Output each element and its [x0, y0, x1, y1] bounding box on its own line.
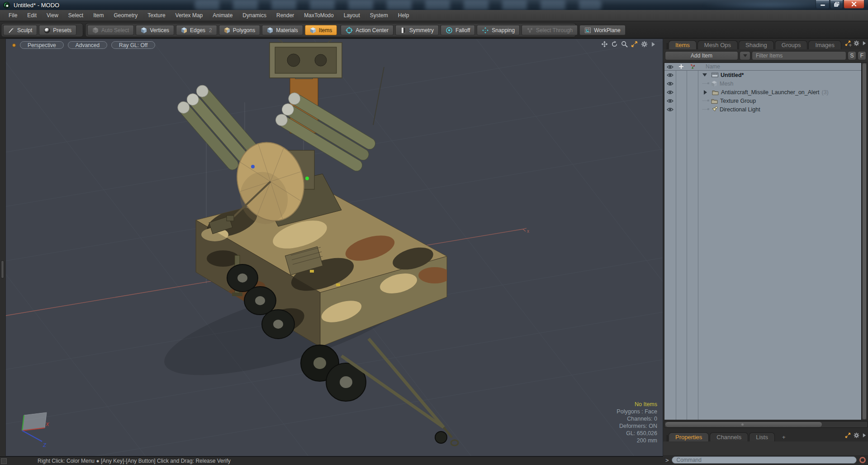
panel-menu-arrow-icon[interactable]: [862, 433, 866, 438]
menu-maxtomodo[interactable]: MaxToModo: [299, 10, 338, 21]
titlebar[interactable]: Untitled* - MODO: [0, 0, 868, 10]
item-panel-icons: [845, 40, 866, 46]
snapping-button[interactable]: Snapping: [477, 25, 520, 35]
menu-geometry[interactable]: Geometry: [109, 10, 143, 21]
maximize-panel-icon[interactable]: [845, 432, 851, 438]
viewport-settings-gear-icon[interactable]: [641, 41, 648, 48]
filter-s-button[interactable]: S: [848, 51, 856, 60]
menu-system[interactable]: System: [365, 10, 393, 21]
symmetry-button[interactable]: Symmetry: [395, 25, 439, 35]
render-column-icon[interactable]: [690, 64, 695, 69]
maximize-viewport-icon[interactable]: [631, 41, 638, 48]
add-item-button[interactable]: Add Item: [665, 51, 738, 60]
menu-item[interactable]: Item: [88, 10, 109, 21]
3d-viewport[interactable]: x: [5, 38, 663, 456]
vertices-mode-button[interactable]: Vertices: [136, 25, 174, 35]
viewport-raygl-button[interactable]: Ray GL: Off: [111, 41, 155, 49]
tree-row-scene[interactable]: Untitled*: [664, 71, 861, 79]
menu-select[interactable]: Select: [63, 10, 88, 21]
tab-items[interactable]: Items: [669, 40, 697, 49]
add-column-plus-icon[interactable]: [678, 64, 684, 69]
workplane-icon: [584, 27, 591, 34]
tab-properties[interactable]: Properties: [669, 432, 709, 441]
directional-light-icon: [711, 106, 717, 112]
tree-row-directional-light[interactable]: Directional Light: [664, 105, 861, 114]
viewport-projection-button[interactable]: Perspective: [20, 41, 64, 49]
auto-select-button[interactable]: Auto Select: [87, 25, 134, 35]
menu-help[interactable]: Help: [393, 10, 414, 21]
sculpt-button[interactable]: Sculpt: [3, 25, 37, 35]
items-mode-button[interactable]: Items: [305, 25, 337, 35]
tab-images[interactable]: Images: [808, 40, 841, 49]
expand-collapse-icon[interactable]: [702, 73, 707, 77]
panel-menu-arrow-icon[interactable]: [862, 41, 866, 46]
visibility-column-eye-icon[interactable]: [667, 65, 674, 69]
command-input[interactable]: [672, 456, 857, 464]
expand-collapse-icon[interactable]: [704, 90, 707, 95]
filter-items-input[interactable]: [752, 51, 846, 60]
viewport-mode-dot[interactable]: [12, 43, 16, 47]
rotate-icon[interactable]: [611, 41, 618, 48]
polygons-mode-button[interactable]: Polygons: [219, 25, 260, 35]
polygons-cube-icon: [224, 27, 230, 34]
menu-file[interactable]: File: [4, 10, 22, 21]
menu-layout[interactable]: Layout: [339, 10, 365, 21]
tab-add-button[interactable]: +: [776, 432, 792, 441]
status-bar: Right Click: Color Menu ● [Any Key]-[Any…: [0, 456, 663, 465]
materials-mode-button[interactable]: Materials: [262, 25, 303, 35]
add-item-dropdown[interactable]: [740, 51, 750, 60]
tree-row-mesh[interactable]: Mesh: [664, 79, 861, 88]
viewport-menu-arrow-icon[interactable]: [651, 42, 655, 47]
restore-button[interactable]: [830, 0, 843, 9]
minimize-button[interactable]: [816, 0, 830, 9]
tab-shading[interactable]: Shading: [739, 40, 774, 49]
tow-ring: [451, 440, 458, 446]
menu-render[interactable]: Render: [271, 10, 299, 21]
presets-button[interactable]: Presets: [39, 25, 76, 35]
tab-lists[interactable]: Lists: [749, 432, 775, 441]
falloff-button[interactable]: Falloff: [441, 25, 475, 35]
pan-icon[interactable]: [601, 41, 608, 48]
item-tree[interactable]: Name Untitled*: [664, 62, 862, 420]
menu-animate[interactable]: Animate: [208, 10, 237, 21]
viewport-shading-button[interactable]: Advanced: [68, 41, 107, 49]
eye-toggle-icon[interactable]: [667, 107, 674, 112]
eye-toggle-icon[interactable]: [667, 81, 674, 86]
command-history-icon[interactable]: [859, 457, 866, 463]
panel-settings-gear-icon[interactable]: [854, 40, 859, 46]
falloff-icon: [446, 27, 453, 34]
menu-bar: File Edit View Select Item Geometry Text…: [0, 10, 868, 21]
tab-mesh-ops[interactable]: Mesh Ops: [697, 40, 738, 49]
action-center-button[interactable]: Action Center: [341, 25, 394, 35]
eye-toggle-icon[interactable]: [667, 73, 674, 77]
menu-edit[interactable]: Edit: [22, 10, 42, 21]
maximize-panel-icon[interactable]: [845, 40, 851, 46]
panel-collapse-icon[interactable]: [664, 435, 668, 441]
tree-row-launcher-group[interactable]: Antiaircraft_Missile_Launcher_on_Alert (…: [664, 88, 861, 96]
menu-dynamics[interactable]: Dynamics: [237, 10, 271, 21]
workplane-button[interactable]: WorkPlane: [579, 25, 625, 35]
panel-splitter-handle[interactable]: [1, 260, 4, 278]
tab-groups[interactable]: Groups: [775, 40, 808, 49]
panel-collapse-icon[interactable]: [664, 43, 668, 49]
close-button[interactable]: [844, 0, 864, 9]
eye-toggle-icon[interactable]: [667, 99, 674, 103]
radar-panel: [270, 39, 342, 78]
panel-settings-gear-icon[interactable]: [854, 432, 859, 438]
menu-texture[interactable]: Texture: [142, 10, 170, 21]
filter-f-button[interactable]: F: [858, 51, 866, 60]
tree-row-texture-group[interactable]: Texture Group: [664, 96, 861, 105]
menu-vertex-map[interactable]: Vertex Map: [171, 10, 208, 21]
menu-view[interactable]: View: [42, 10, 63, 21]
tab-channels[interactable]: Channels: [710, 432, 748, 441]
select-through-button[interactable]: Select Through: [522, 25, 578, 35]
zoom-icon[interactable]: [621, 41, 628, 48]
tree-horizontal-scrollbar[interactable]: [664, 421, 868, 428]
tree-item-label: Antiaircraft_Missile_Launcher_on_Alert: [721, 89, 819, 96]
tree-name-column-header: Name: [706, 63, 720, 70]
scrollbar-thumb[interactable]: [863, 63, 866, 419]
tree-vertical-scrollbar[interactable]: [862, 62, 867, 420]
eye-toggle-icon[interactable]: [667, 90, 674, 95]
edges-mode-button[interactable]: Edges 2: [176, 25, 217, 35]
scrollbar-thumb[interactable]: [665, 422, 822, 427]
